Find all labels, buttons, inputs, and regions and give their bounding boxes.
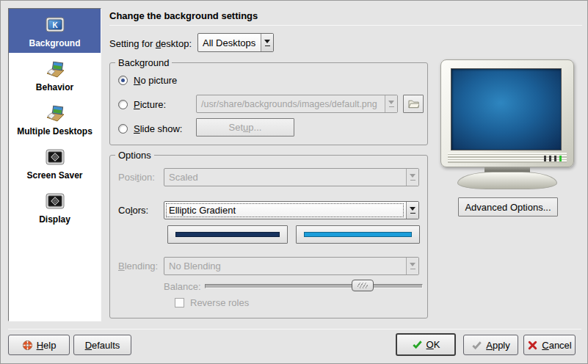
blending-label: Blending: <box>118 261 158 272</box>
sidebar-item-display[interactable]: Display <box>9 185 101 229</box>
blending-combo: No Blending <box>164 257 419 275</box>
chevron-down-icon <box>385 95 397 112</box>
slide-show-label: Slide show: <box>134 123 182 134</box>
color1-button[interactable] <box>167 225 288 244</box>
multiple-desktops-icon <box>43 102 67 125</box>
monitor-preview <box>440 59 574 167</box>
title-separator <box>109 25 582 26</box>
cancel-button[interactable]: Cancel <box>523 335 576 355</box>
sidebar-item-label: Background <box>29 38 80 48</box>
apply-button[interactable]: Apply <box>463 335 518 355</box>
chevron-down-icon[interactable] <box>406 202 418 219</box>
sidebar-item-background[interactable]: K Background <box>9 9 101 53</box>
balance-slider <box>205 280 423 291</box>
reverse-roles-label: Reverse roles <box>190 297 249 308</box>
colors-value: Elliptic Gradient <box>164 202 406 219</box>
picture-path-combo: /usr/share/backgrounds/images/default.pn… <box>196 95 398 113</box>
check-icon <box>471 340 482 351</box>
sidebar-item-behavior[interactable]: Behavior <box>9 53 101 97</box>
balance-label: Balance: <box>164 281 201 292</box>
check-icon <box>412 339 423 350</box>
open-folder-icon <box>408 98 419 109</box>
defaults-button[interactable]: Defaults <box>73 335 131 355</box>
background-monitor-icon: K <box>43 14 67 37</box>
options-group-legend: Options <box>115 150 154 161</box>
monitor-stand <box>457 172 557 189</box>
slide-show-radio[interactable] <box>118 124 128 134</box>
display-icon <box>43 190 67 214</box>
position-label: Position: <box>118 172 155 183</box>
behavior-desktop-icon <box>43 58 67 81</box>
picture-path-value: /usr/share/backgrounds/images/default.pn… <box>197 95 385 112</box>
blending-value: No Blending <box>164 258 406 274</box>
browse-picture-button <box>403 95 424 113</box>
footer-separator <box>8 329 581 330</box>
ok-button[interactable]: OK <box>396 333 456 356</box>
slide-show-setup-button: Setup... <box>196 118 294 136</box>
sidebar-item-label: Display <box>39 214 70 225</box>
sidebar-item-multiple-desktops[interactable]: Multiple Desktops <box>9 97 101 141</box>
setting-for-desktop-label: Setting for desktop: <box>109 38 192 49</box>
desktop-select-value: All Desktops <box>198 34 261 51</box>
chevron-down-icon <box>406 169 418 186</box>
gradient-color1-swatch <box>175 232 280 237</box>
page-title: Change the background settings <box>109 10 258 21</box>
sidebar-item-label: Multiple Desktops <box>17 126 92 136</box>
colors-combo[interactable]: Elliptic Gradient <box>164 201 419 219</box>
monitor-leds <box>544 156 562 161</box>
position-combo: Scaled <box>164 168 419 186</box>
sidebar-item-label: Behavior <box>36 82 73 92</box>
balance-slider-groove <box>205 284 423 288</box>
color2-button[interactable] <box>296 225 420 244</box>
picture-label: Picture: <box>134 99 166 110</box>
sidebar-item-label: Screen Saver <box>26 170 82 181</box>
cross-icon <box>527 340 538 351</box>
chevron-down-icon[interactable] <box>261 34 273 51</box>
sidebar-item-screen-saver[interactable]: Screen Saver <box>9 141 101 185</box>
gradient-color2-swatch <box>304 232 412 237</box>
chevron-down-icon <box>406 258 418 274</box>
background-settings-window: K Background Behavior <box>0 0 588 364</box>
help-button[interactable]: Help <box>8 335 70 355</box>
desktop-select[interactable]: All Desktops <box>197 33 274 52</box>
position-value: Scaled <box>164 169 406 186</box>
life-ring-icon <box>22 340 33 351</box>
svg-text:K: K <box>52 21 58 29</box>
background-group-legend: Background <box>115 57 172 68</box>
screen-saver-icon <box>43 146 67 170</box>
colors-label: Colors: <box>118 205 148 216</box>
advanced-options-button[interactable]: Advanced Options... <box>458 197 558 216</box>
reverse-roles-checkbox <box>175 298 184 307</box>
no-picture-radio[interactable] <box>118 76 128 85</box>
no-picture-label: No picture <box>134 75 177 86</box>
picture-radio[interactable] <box>118 100 128 109</box>
balance-slider-handle <box>352 280 374 291</box>
monitor-screen <box>451 68 562 150</box>
module-list: K Background Behavior <box>8 8 101 321</box>
